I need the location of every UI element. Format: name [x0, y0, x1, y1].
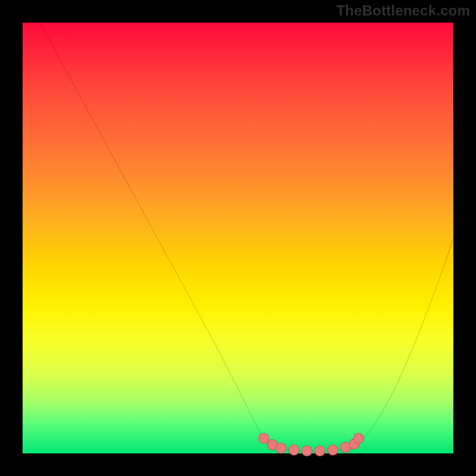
highlight-dot [302, 446, 312, 456]
chart-frame: TheBottleneck.com [0, 0, 476, 476]
line-right-branch [359, 238, 453, 445]
highlight-dot [289, 445, 299, 455]
curve-layer [23, 23, 453, 453]
highlight-dot [353, 433, 364, 443]
watermark-text: TheBottleneck.com [336, 2, 470, 19]
highlight-markers [259, 433, 364, 456]
highlight-dot [328, 445, 338, 455]
plot-area [23, 23, 453, 453]
highlight-dot [259, 433, 269, 443]
highlight-dot [315, 446, 325, 456]
highlight-dot [276, 443, 286, 453]
line-left-branch [40, 23, 268, 445]
